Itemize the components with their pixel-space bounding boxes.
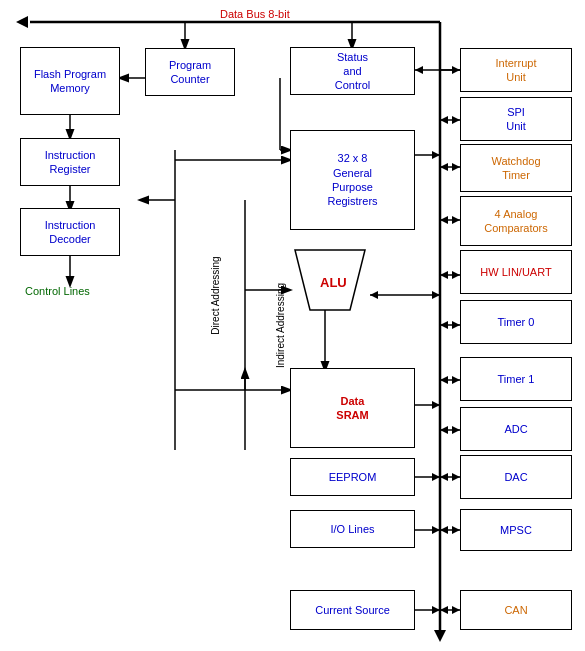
svg-marker-1 xyxy=(16,16,28,28)
svg-marker-13 xyxy=(415,66,423,74)
svg-marker-51 xyxy=(440,376,448,384)
svg-marker-64 xyxy=(452,606,460,614)
svg-marker-57 xyxy=(440,473,448,481)
svg-marker-42 xyxy=(440,216,448,224)
timer0-box: Timer 0 xyxy=(460,300,572,344)
svg-marker-37 xyxy=(452,116,460,124)
svg-marker-19 xyxy=(370,291,378,299)
svg-marker-61 xyxy=(452,526,460,534)
adc-box: ADC xyxy=(460,407,572,451)
svg-marker-72 xyxy=(295,250,365,310)
direct-addressing-label: Direct Addressing xyxy=(210,236,221,356)
svg-marker-30 xyxy=(432,526,440,534)
watchdog-timer-box: Watchdog Timer xyxy=(460,144,572,192)
analog-comparators-box: 4 Analog Comparators xyxy=(460,196,572,246)
flash-memory-box: Flash Program Memory xyxy=(20,47,120,115)
svg-marker-5 xyxy=(434,630,446,642)
svg-marker-46 xyxy=(452,271,460,279)
svg-text:ALU: ALU xyxy=(320,275,347,290)
interrupt-unit-box: Interrupt Unit xyxy=(460,48,572,92)
current-source-box: Current Source xyxy=(290,590,415,630)
svg-marker-48 xyxy=(440,321,448,329)
svg-marker-39 xyxy=(440,163,448,171)
indirect-addressing-label: Indirect Addressing xyxy=(275,266,286,386)
svg-marker-54 xyxy=(440,426,448,434)
svg-marker-49 xyxy=(452,321,460,329)
svg-marker-36 xyxy=(440,116,448,124)
svg-marker-24 xyxy=(432,401,440,409)
timer1-box: Timer 1 xyxy=(460,357,572,401)
svg-marker-52 xyxy=(452,376,460,384)
spi-unit-box: SPI Unit xyxy=(460,97,572,141)
status-control-box: Status and Control xyxy=(290,47,415,95)
instruction-register-box: Instruction Register xyxy=(20,138,120,186)
svg-marker-55 xyxy=(452,426,460,434)
data-bus-label: Data Bus 8-bit xyxy=(220,8,290,20)
io-lines-box: I/O Lines xyxy=(290,510,415,548)
control-lines-label: Control Lines xyxy=(25,285,90,297)
can-box: CAN xyxy=(460,590,572,630)
mpsc-box: MPSC xyxy=(460,509,572,551)
svg-marker-17 xyxy=(432,151,440,159)
svg-marker-40 xyxy=(452,163,460,171)
svg-marker-14 xyxy=(452,66,460,74)
instruction-decoder-box: Instruction Decoder xyxy=(20,208,120,256)
dac-box: DAC xyxy=(460,455,572,499)
svg-marker-43 xyxy=(452,216,460,224)
svg-marker-20 xyxy=(432,291,440,299)
svg-marker-63 xyxy=(440,606,448,614)
svg-marker-27 xyxy=(432,473,440,481)
svg-marker-60 xyxy=(440,526,448,534)
data-sram-box: Data SRAM xyxy=(290,368,415,448)
program-counter-box: Program Counter xyxy=(145,48,235,96)
general-purpose-box: 32 x 8 General Purpose Registrers xyxy=(290,130,415,230)
hw-lin-uart-box: HW LIN/UART xyxy=(460,250,572,294)
svg-marker-58 xyxy=(452,473,460,481)
eeprom-box: EEPROM xyxy=(290,458,415,496)
svg-marker-33 xyxy=(432,606,440,614)
svg-marker-45 xyxy=(440,271,448,279)
architecture-diagram: Data Bus 8-bit xyxy=(0,0,585,651)
